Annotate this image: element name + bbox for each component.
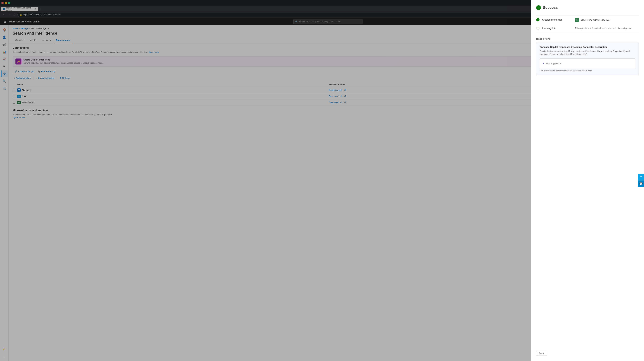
done-button[interactable]: Done [536,351,547,356]
success-panel: ✓ Success ✓ Created connection SN Servic… [531,0,644,361]
enhance-desc: Specify the type of content (e.g. IT hel… [540,50,635,56]
help-sidebar: ? 💬 [638,174,644,187]
success-checkmark-icon: ✓ [536,5,541,10]
servicenow-detail-text: ServiceNow (ServiceNow KB1) [580,19,610,21]
auto-suggestion-label: Auto suggestion [546,62,561,65]
sparkle-icon: ✦ [542,62,544,65]
step-indexing: Indexing data This may take a while and … [536,24,639,32]
step-indexing-name: Indexing data [542,27,572,29]
step-spinner-icon [536,26,540,30]
step-done-icon: ✓ [536,18,540,21]
help-feedback-button[interactable]: 💬 [638,180,644,187]
step-created-connection: ✓ Created connection SN ServiceNow (Serv… [536,15,639,24]
suggestion-box[interactable]: ✦ Auto suggestion [540,58,635,68]
next-steps-label: Next steps [536,38,639,40]
panel-footer: Done [536,347,639,356]
step-indexing-detail: This may take a while and will continue … [575,27,631,29]
success-header: ✓ Success [536,5,639,10]
feedback-icon: 💬 [639,182,643,185]
servicenow-detail-icon: SN [575,18,579,22]
step-created-detail: SN ServiceNow (ServiceNow KB1) [575,18,610,22]
overlay: ✓ Success ✓ Created connection SN Servic… [0,0,644,361]
edit-note: This can always be edited later from the… [540,70,635,72]
enhance-title: Enhance Copilot responses by adding Conn… [540,46,635,48]
success-title: Success [543,5,558,10]
help-chat-button[interactable]: ? [638,174,644,180]
steps-list: ✓ Created connection SN ServiceNow (Serv… [536,15,639,32]
help-icon: ? [640,176,642,179]
enhance-card: Enhance Copilot responses by adding Conn… [536,42,639,75]
step-created-name: Created connection [542,18,572,21]
